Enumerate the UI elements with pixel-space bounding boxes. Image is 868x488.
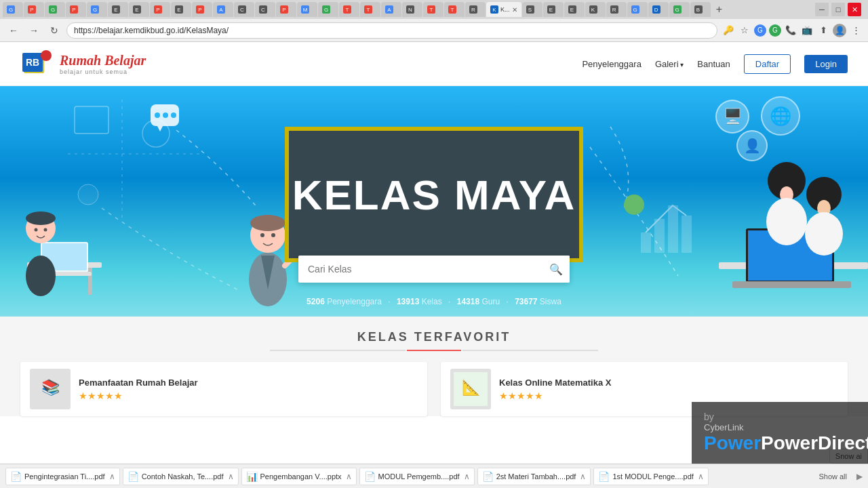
dl-close-4[interactable]: ∧ — [464, 472, 470, 481]
watermark: by CyberLink PowerPowerDirector — [692, 402, 868, 464]
download-item-1[interactable]: 📄 Pengintegrasian Ti....pdf ∧ — [5, 468, 120, 485]
tab-15[interactable]: M — [297, 2, 317, 17]
dl-icon-1: 📄 — [10, 471, 22, 482]
svg-point-24 — [26, 256, 56, 296]
tab-17[interactable]: T — [339, 2, 359, 17]
left-character — [20, 167, 102, 303]
download-item-2[interactable]: 📄 Contoh Naskah, Te....pdf ∧ — [123, 468, 239, 485]
dl-close-1[interactable]: ∧ — [109, 472, 115, 481]
menu-button[interactable]: ⋮ — [849, 24, 863, 37]
svg-point-32 — [250, 215, 285, 231]
tab-32[interactable]: G — [669, 2, 690, 17]
nav-penyelenggara[interactable]: Penyelenggara — [582, 59, 641, 69]
tab-31[interactable]: D — [648, 2, 669, 17]
tab-28[interactable]: K — [585, 2, 606, 17]
download-item-3[interactable]: 📊 Pengembangan V....pptx ∧ — [241, 468, 357, 485]
reload-button[interactable]: ↻ — [46, 22, 62, 39]
divider-right — [462, 350, 598, 351]
tab-3[interactable]: G — [45, 2, 65, 17]
tab-7[interactable]: E — [129, 2, 149, 17]
tab-16[interactable]: G — [318, 2, 338, 17]
tab-4[interactable]: P — [66, 2, 86, 17]
tab-18[interactable]: T — [360, 2, 380, 17]
tab-5[interactable]: G — [87, 2, 107, 17]
forward-button[interactable]: → — [26, 22, 42, 39]
site-nav: RB Rumah Belajar belajar untuk semua Pen… — [0, 42, 868, 86]
svg-rect-15 — [654, 219, 665, 253]
url-input[interactable] — [66, 22, 717, 39]
tab-27[interactable]: E — [564, 2, 585, 17]
svg-point-3 — [41, 50, 52, 61]
card-thumb-1: 📚 — [30, 369, 71, 409]
tab-active[interactable]: K K... ✕ — [486, 2, 521, 17]
course-card-1[interactable]: 📚 Pemanfaatan Rumah Belajar ★★★★★ — [20, 362, 427, 416]
search-input[interactable] — [298, 257, 542, 281]
nav-bantuan[interactable]: Bantuan — [697, 59, 730, 69]
dl-close-6[interactable]: ∧ — [698, 472, 704, 481]
new-tab-button[interactable]: + — [711, 2, 728, 17]
tab-14[interactable]: P — [276, 2, 296, 17]
tab-29[interactable]: R — [606, 2, 627, 17]
tab-26[interactable]: E — [543, 2, 564, 17]
show-all-downloads[interactable]: Show all — [814, 471, 851, 482]
tab-23[interactable]: R — [465, 2, 486, 17]
deco-chart — [637, 192, 705, 262]
nav-galeri[interactable]: Galeri — [655, 59, 684, 69]
cast-icon[interactable]: 📺 — [800, 24, 814, 37]
maximize-button[interactable]: □ — [831, 3, 845, 16]
blackboard: KELAS MAYA — [285, 127, 583, 262]
download-item-4[interactable]: 📄 MODUL Pemgemb....pdf ∧ — [359, 468, 475, 485]
svg-rect-39 — [732, 281, 851, 288]
tab-12[interactable]: C — [234, 2, 254, 17]
hero-title: KELAS MAYA — [292, 171, 576, 219]
tab-13[interactable]: C — [255, 2, 275, 17]
logo-title: Rumah Belajar — [60, 53, 146, 68]
share-icon[interactable]: ⬆ — [816, 24, 830, 37]
tab-22[interactable]: T — [444, 2, 465, 17]
phone-icon[interactable]: 📞 — [784, 24, 797, 37]
tab-9[interactable]: E — [171, 2, 191, 17]
siswa-count: 73677 — [515, 297, 537, 306]
tab-19[interactable]: A — [381, 2, 401, 17]
dl-icon-6: 📄 — [598, 471, 610, 482]
tab-20[interactable]: N — [402, 2, 422, 17]
svg-point-34 — [271, 233, 275, 237]
tab-1[interactable]: G — [3, 2, 23, 17]
dl-close-5[interactable]: ∧ — [580, 472, 586, 481]
login-button[interactable]: Login — [804, 55, 848, 73]
back-button[interactable]: ← — [5, 22, 22, 39]
tab-30[interactable]: G — [627, 2, 648, 17]
tab-2[interactable]: P — [24, 2, 44, 17]
dl-label-3: Pengembangan V....pptx — [260, 472, 342, 481]
dl-icon-4: 📄 — [364, 471, 376, 482]
dl-label-6: 1st MODUL Penge....pdf — [612, 472, 693, 481]
dl-label-4: MODUL Pemgemb....pdf — [378, 472, 460, 481]
svg-text:📐: 📐 — [462, 378, 481, 396]
tab-8[interactable]: P — [150, 2, 170, 17]
daftar-button[interactable]: Daftar — [744, 54, 791, 74]
card-thumb-2: 📐 — [450, 369, 491, 409]
tab-10[interactable]: P — [192, 2, 212, 17]
dl-close-2[interactable]: ∧ — [228, 472, 234, 481]
tab-6[interactable]: E — [108, 2, 128, 17]
divider-left — [270, 350, 406, 351]
dl-close-3[interactable]: ∧ — [346, 472, 352, 481]
user-avatar[interactable]: 👤 — [833, 24, 846, 37]
nav-links: Penyelenggara Galeri Bantuan Daftar Logi… — [582, 54, 848, 74]
tab-25[interactable]: S — [522, 2, 542, 17]
right-characters — [719, 127, 854, 317]
bookmark-icon[interactable]: ☆ — [738, 24, 751, 37]
download-item-5[interactable]: 📄 2st Materi Tambah....pdf ∧ — [477, 468, 591, 485]
card-info-2: Kelas Online Matematika X ★★★★★ — [499, 378, 838, 401]
search-icon: 🔍 — [549, 263, 563, 276]
close-button[interactable]: ✕ — [848, 3, 861, 16]
tab-11[interactable]: A — [213, 2, 233, 17]
search-button[interactable]: 🔍 — [542, 256, 570, 283]
website-content: RB Rumah Belajar belajar untuk semua Pen… — [0, 42, 868, 488]
tab-21[interactable]: T — [423, 2, 443, 17]
tab-33[interactable]: B — [690, 2, 711, 17]
svg-point-42 — [766, 198, 807, 245]
download-item-6[interactable]: 📄 1st MODUL Penge....pdf ∧ — [593, 468, 708, 485]
minimize-button[interactable]: ─ — [815, 3, 829, 16]
logo-icon: RB — [20, 49, 54, 79]
